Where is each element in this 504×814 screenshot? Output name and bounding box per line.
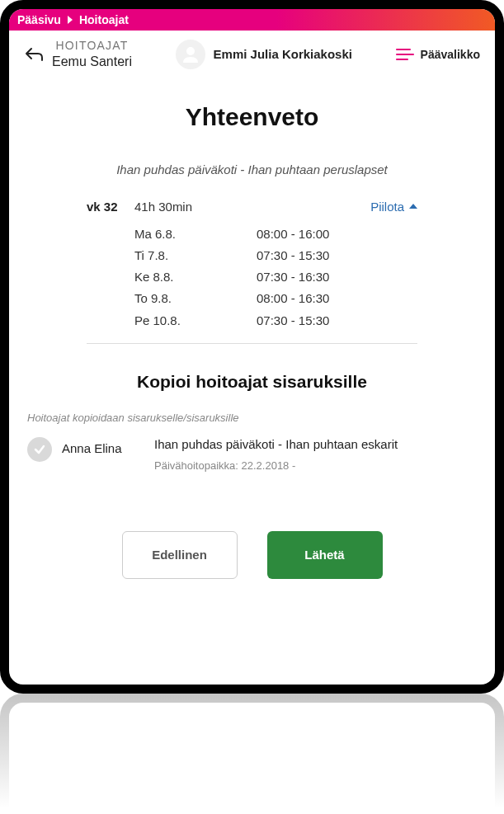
menu-label: Päävalikko [421, 48, 480, 61]
breadcrumb-page[interactable]: Hoitoajat [79, 13, 129, 26]
section-label: HOITOAJAT [55, 39, 128, 54]
content: Yhteenveto Ihan puhdas päiväkoti - Ihan … [9, 82, 495, 599]
submit-button[interactable]: Lähetä [267, 531, 383, 579]
svg-point-0 [186, 47, 195, 55]
day-row: To 9.8.08:00 - 16:30 [134, 288, 417, 309]
avatar [176, 40, 205, 69]
copy-note: Hoitoajat kopioidaan sisarukselle/sisaru… [27, 412, 477, 424]
week-summary: vk 32 41h 30min Piilota Ma 6.8.08:00 - 1… [87, 200, 417, 332]
days-list: Ma 6.8.08:00 - 16:00 Ti 7.8.07:30 - 15:3… [134, 223, 417, 332]
sibling-info: Ihan puhdas päiväkoti - Ihan puhtaan esk… [154, 437, 477, 472]
breadcrumb[interactable]: Pääsivu Hoitoajat [9, 9, 495, 31]
page-title: Yhteenveto [27, 103, 477, 131]
header-titles: HOITOAJAT Eemu Santeri [52, 39, 132, 70]
location-text: Ihan puhdas päiväkoti - Ihan puhtaan per… [27, 162, 477, 176]
toggle-hide[interactable]: Piilota [370, 200, 417, 214]
header: HOITOAJAT Eemu Santeri Emmi Julia Korkia… [9, 31, 495, 82]
toggle-hide-label: Piilota [370, 200, 404, 214]
week-header: vk 32 41h 30min Piilota [87, 200, 417, 214]
device-frame: Pääsivu Hoitoajat HOITOAJAT Eemu Santeri [0, 0, 504, 694]
menu-icon [396, 49, 414, 60]
back-arrow-icon[interactable] [24, 46, 44, 63]
sibling-row: Anna Elina Ihan puhdas päiväkoti - Ihan … [27, 437, 477, 472]
week-label: vk 32 [87, 200, 134, 214]
header-left: HOITOAJAT Eemu Santeri [24, 39, 132, 70]
user-name: Emmi Julia Korkiakoski [214, 47, 352, 61]
caret-up-icon [409, 204, 417, 209]
day-row: Ti 7.8.07:30 - 15:30 [134, 245, 417, 266]
day-row: Pe 10.8.07:30 - 15:30 [134, 310, 417, 332]
week-total: 41h 30min [134, 200, 370, 214]
day-row: Ma 6.8.08:00 - 16:00 [134, 223, 417, 245]
day-row: Ke 8.8.07:30 - 16:30 [134, 266, 417, 288]
header-user[interactable]: Emmi Julia Korkiakoski [176, 40, 352, 69]
buttons: Edellinen Lähetä [27, 531, 477, 579]
divider [87, 343, 417, 344]
sibling-meta: Päivähoitopaikka: 22.2.2018 - [154, 459, 477, 472]
previous-button[interactable]: Edellinen [122, 531, 238, 579]
sibling-checkbox[interactable] [27, 437, 52, 462]
chevron-right-icon [68, 16, 73, 24]
breadcrumb-root[interactable]: Pääsivu [17, 13, 61, 26]
child-name: Eemu Santeri [52, 54, 132, 70]
copy-title: Kopioi hoitoajat sisaruksille [27, 372, 477, 392]
sibling-name: Anna Elina [62, 437, 144, 455]
sibling-location: Ihan puhdas päiväkoti - Ihan puhtaan esk… [154, 437, 477, 451]
main-menu-button[interactable]: Päävalikko [396, 48, 480, 61]
